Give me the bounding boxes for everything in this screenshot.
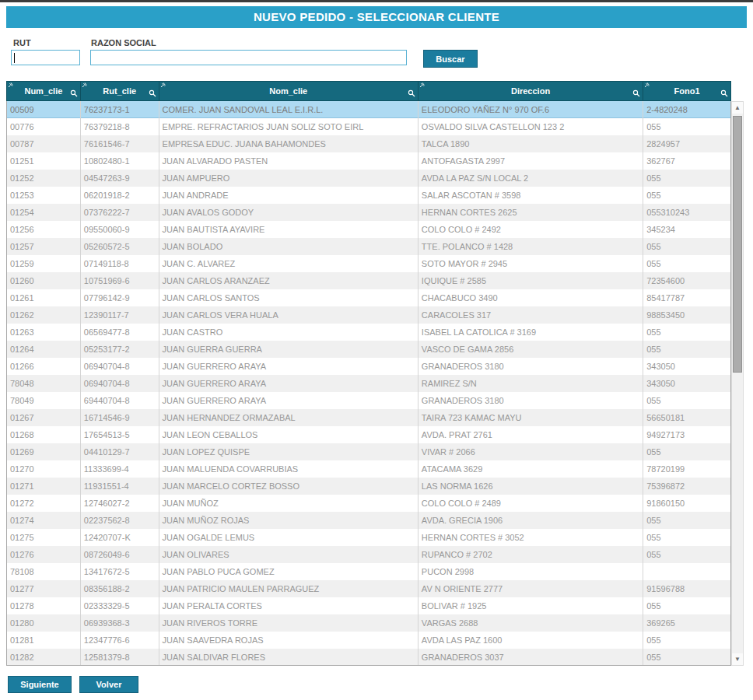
razon-social-input[interactable] — [90, 50, 407, 65]
cell-fono1: 055 — [643, 443, 730, 460]
cell-rut-clie: 08726049-6 — [81, 546, 159, 563]
table-row[interactable]: 01259 07149118-8 JUAN C. ALVAREZ SOTO MA… — [7, 255, 730, 272]
cell-rut-clie: 11333699-4 — [81, 460, 159, 478]
table-row[interactable]: 01267 16714546-9 JUAN HERNANDEZ ORMAZABA… — [7, 409, 730, 426]
table-row[interactable]: 00509 76237173-1 COMER. JUAN SANDOVAL LE… — [7, 101, 730, 118]
cell-direccion: COLO COLO # 2489 — [419, 495, 643, 512]
cell-num-clie: 01280 — [7, 614, 81, 632]
table-row[interactable]: 01253 06201918-2 JUAN ANDRADE SALAR ASCO… — [7, 187, 730, 204]
pin-icon — [82, 82, 87, 88]
table-row[interactable]: 01270 11333699-4 JUAN MALUENDA COVARRUBI… — [7, 460, 730, 478]
table-row[interactable]: 01261 07796142-9 JUAN CARLOS SANTOS CHAC… — [7, 289, 730, 306]
cell-rut-clie: 06940704-8 — [81, 358, 159, 375]
column-header-direccion[interactable]: Direccion — [419, 82, 643, 100]
cell-fono1: 055 — [643, 324, 730, 341]
cell-num-clie: 01269 — [7, 443, 81, 460]
cell-rut-clie: 12746027-2 — [81, 495, 159, 512]
magnifier-icon[interactable] — [408, 89, 415, 97]
cell-nom-clie: JUAN AVALOS GODOY — [159, 204, 419, 221]
client-grid: Num_clie Rut_clie Nom_clie Direccion Fon — [6, 81, 744, 666]
buscar-button[interactable]: Buscar — [423, 50, 478, 68]
cell-direccion: ELEODORO YAÑEZ N° 970 OF.6 — [419, 101, 643, 118]
table-row[interactable]: 78049 69440704-8 JUAN GUERRERO ARAYA GRA… — [7, 392, 730, 409]
cell-fono1: 055 — [643, 187, 730, 204]
cell-direccion: HERNAN CORTES 2625 — [419, 204, 643, 221]
table-row[interactable]: 01277 08356188-2 JUAN PATRICIO MAULEN PA… — [7, 580, 730, 597]
table-row[interactable]: 01278 02333329-5 JUAN PERALTA CORTES BOL… — [7, 597, 730, 614]
cell-num-clie: 01274 — [7, 512, 81, 529]
cell-direccion: AV N ORIENTE 2777 — [419, 580, 643, 597]
siguiente-button[interactable]: Siguiente — [8, 676, 72, 693]
table-row[interactable]: 78048 06940704-8 JUAN GUERRERO ARAYA RAM… — [7, 375, 730, 392]
cell-nom-clie: JUAN MALUENDA COVARRUBIAS — [159, 460, 419, 478]
volver-button[interactable]: Volver — [79, 676, 138, 693]
table-row[interactable]: 01275 12420707-K JUAN OGALDE LEMUS HERNA… — [7, 529, 730, 546]
table-row[interactable]: 01251 10802480-1 JUAN ALVARADO PASTEN AN… — [7, 152, 730, 170]
table-row[interactable]: 01280 06939368-3 JUAN RIVEROS TORRE VARG… — [7, 614, 730, 632]
cell-fono1: 055 — [643, 649, 730, 666]
cell-nom-clie: JUAN CASTRO — [159, 324, 419, 341]
table-row[interactable]: 01272 12746027-2 JUAN MUÑOZ COLO COLO # … — [7, 495, 730, 512]
cell-num-clie: 01282 — [7, 649, 81, 666]
table-row[interactable]: 01271 11931551-4 JUAN MARCELO CORTEZ BOS… — [7, 478, 730, 495]
table-row[interactable]: 01254 07376222-7 JUAN AVALOS GODOY HERNA… — [7, 204, 730, 221]
table-row[interactable]: 01252 04547263-9 JUAN AMPUERO AVDA LA PA… — [7, 170, 730, 187]
new-order-select-client-screen: NUEVO PEDIDO - SELECCIONAR CLIENTE RUT R… — [0, 0, 753, 700]
cell-num-clie: 01256 — [7, 221, 81, 238]
column-header-rut-clie[interactable]: Rut_clie — [81, 82, 159, 100]
table-row[interactable]: 01263 06569477-8 JUAN CASTRO ISABEL LA C… — [7, 324, 730, 341]
cell-fono1: 343050 — [643, 358, 730, 375]
cell-fono1: 78720199 — [643, 460, 730, 478]
scroll-up-button[interactable]: ▲ — [732, 102, 743, 114]
column-label: Direccion — [511, 86, 550, 96]
table-row[interactable]: 01266 06940704-8 JUAN GUERRERO ARAYA GRA… — [7, 358, 730, 375]
cell-direccion: CHACABUCO 3490 — [419, 289, 643, 306]
magnifier-icon[interactable] — [632, 89, 640, 97]
cell-nom-clie: JUAN GUERRERO ARAYA — [159, 375, 419, 392]
cell-nom-clie: JUAN HERNANDEZ ORMAZABAL — [159, 409, 419, 426]
table-row[interactable]: 78108 13417672-5 JUAN PABLO PUCA GOMEZ P… — [7, 563, 730, 580]
cell-fono1: 343050 — [643, 375, 730, 392]
cell-fono1: 2824957 — [643, 135, 730, 152]
column-header-fono1[interactable]: Fono1 — [643, 82, 730, 100]
cell-fono1: 055 — [643, 632, 730, 649]
cell-num-clie: 00776 — [7, 118, 81, 135]
cell-num-clie: 01261 — [7, 289, 81, 306]
cell-fono1: 2-4820248 — [643, 101, 730, 118]
cell-num-clie: 01263 — [7, 324, 81, 341]
table-row[interactable]: 01281 12347776-6 JUAN SAAVEDRA ROJAS AVD… — [7, 632, 730, 649]
cell-rut-clie: 09550060-9 — [81, 221, 159, 238]
table-row[interactable]: 01269 04410129-7 JUAN LOPEZ QUISPE VIVAR… — [7, 443, 730, 460]
magnifier-icon[interactable] — [70, 89, 78, 97]
cell-rut-clie: 69440704-8 — [81, 392, 159, 409]
column-header-num-clie[interactable]: Num_clie — [7, 82, 81, 100]
table-row[interactable]: 01260 10751969-6 JUAN CARLOS ARANZAEZ IQ… — [7, 272, 730, 289]
cell-direccion: COLO COLO # 2492 — [419, 221, 643, 238]
table-row[interactable]: 01274 02237562-8 JUAN MUÑOZ ROJAS AVDA. … — [7, 512, 730, 529]
magnifier-icon[interactable] — [149, 89, 156, 97]
magnifier-icon[interactable] — [720, 89, 728, 97]
cell-num-clie: 01264 — [7, 341, 81, 358]
table-row[interactable]: 01257 05260572-5 JUAN BOLADO TTE. POLANC… — [7, 238, 730, 255]
table-row[interactable]: 01282 12581379-8 JUAN SALDIVAR FLORES GR… — [7, 649, 730, 666]
cell-nom-clie: JUAN LOPEZ QUISPE — [159, 443, 419, 460]
table-row[interactable]: 01262 12390117-7 JUAN CARLOS VERA HUALA … — [7, 306, 730, 324]
pin-icon — [8, 82, 13, 88]
rut-input[interactable] — [11, 50, 80, 65]
table-row[interactable]: 00776 76379218-8 EMPRE. REFRACTARIOS JUA… — [7, 118, 730, 135]
scroll-down-button[interactable]: ▼ — [732, 653, 743, 665]
scrollbar-thumb[interactable] — [733, 116, 742, 373]
table-row[interactable]: 01256 09550060-9 JUAN BAUTISTA AYAVIRE C… — [7, 221, 730, 238]
table-row[interactable]: 01264 05253177-2 JUAN GUERRA GUERRA VASC… — [7, 341, 730, 358]
table-row[interactable]: 00787 76161546-7 EMPRESA EDUC. JUANA BAH… — [7, 135, 730, 152]
cell-direccion: SOTO MAYOR # 2945 — [419, 255, 643, 272]
cell-num-clie: 01276 — [7, 546, 81, 563]
cell-nom-clie: JUAN GUERRERO ARAYA — [159, 392, 419, 409]
table-body: 00509 76237173-1 COMER. JUAN SANDOVAL LE… — [6, 101, 731, 666]
table-row[interactable]: 01276 08726049-6 JUAN OLIVARES RUPANCO #… — [7, 546, 730, 563]
grid-header: Num_clie Rut_clie Nom_clie Direccion Fon — [6, 81, 731, 101]
column-header-nom-clie[interactable]: Nom_clie — [159, 82, 419, 100]
table-row[interactable]: 01268 17654513-5 JUAN LEON CEBALLOS AVDA… — [7, 426, 730, 443]
table-scrollbar[interactable]: ▲ ▼ — [731, 101, 744, 666]
cell-nom-clie: JUAN PATRICIO MAULEN PARRAGUEZ — [159, 580, 419, 597]
